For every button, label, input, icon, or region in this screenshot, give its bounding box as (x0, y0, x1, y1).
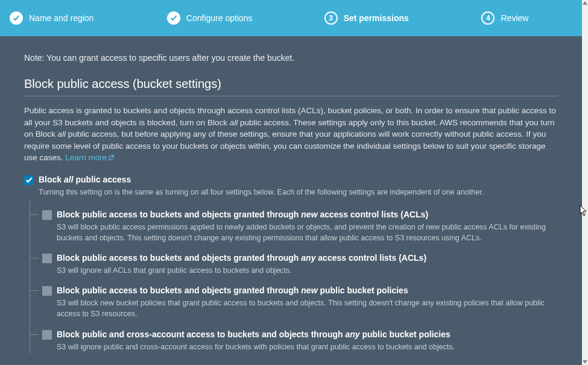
step-name-and-region[interactable]: Name and region (6, 11, 167, 25)
step-label: Configure options (186, 13, 253, 23)
outer-scrollbar[interactable] (582, 0, 588, 365)
block-new-acls-desc: S3 will block public access permissions … (57, 222, 558, 243)
block-new-policies-checkbox[interactable] (42, 286, 52, 296)
block-any-policies-checkbox[interactable] (42, 330, 52, 340)
note-text: Note: You can grant access to specific u… (24, 53, 558, 63)
step-label: Name and region (29, 13, 93, 23)
step-label: Set permissions (344, 13, 409, 23)
external-link-icon (108, 154, 115, 161)
block-public-access-title: Block public access (bucket settings) (24, 77, 558, 91)
block-any-policies-label: Block public and cross-account access to… (57, 329, 450, 339)
block-any-acls-checkbox[interactable] (42, 254, 52, 263)
block-new-policies-option: Block public access to buckets and objec… (30, 277, 558, 320)
scroll-up-icon (583, 1, 587, 5)
step-review[interactable]: 4 Review (481, 11, 576, 25)
learn-more-link[interactable]: Learn more (65, 153, 115, 162)
block-public-access-tree: Block all public access Turning this set… (24, 175, 558, 354)
block-any-acls-label: Block public access to buckets and objec… (57, 253, 426, 263)
permissions-content: Note: You can grant access to specific u… (0, 36, 582, 365)
block-any-policies-desc: S3 will ignore public and cross-account … (57, 342, 558, 352)
block-new-policies-label: Block public access to buckets and objec… (57, 285, 408, 295)
step-number-icon: 4 (481, 11, 495, 25)
block-new-acls-option: Block public access to buckets and objec… (30, 201, 558, 245)
block-all-label: Block all public access (39, 175, 131, 184)
block-all-desc: Turning this setting on is the same as t… (39, 187, 558, 198)
block-any-policies-option: Block public and cross-account access to… (30, 321, 558, 354)
block-new-acls-checkbox[interactable] (42, 210, 52, 220)
step-label: Review (501, 13, 528, 23)
step-done-icon (10, 11, 23, 25)
scroll-down-icon (583, 360, 587, 364)
block-new-acls-label: Block public access to buckets and objec… (57, 210, 428, 219)
block-all-checkbox[interactable] (24, 175, 34, 185)
step-number-icon: 3 (324, 11, 338, 25)
block-children: Block public access to buckets and objec… (30, 201, 558, 354)
block-all-option: Block all public access Turning this set… (24, 175, 558, 198)
wizard-panel: Name and region Configure options 3 Set … (0, 0, 582, 365)
wizard-steps: Name and region Configure options 3 Set … (0, 0, 582, 36)
step-set-permissions[interactable]: 3 Set permissions (324, 11, 482, 25)
block-new-policies-desc: S3 will block new bucket policies that g… (57, 298, 558, 319)
step-done-icon (167, 11, 180, 25)
step-configure-options[interactable]: Configure options (167, 11, 324, 25)
divider (24, 96, 558, 96)
block-public-access-intro: Public access is granted to buckets and … (24, 105, 558, 164)
block-any-acls-desc: S3 will ignore all ACLs that grant publi… (57, 265, 558, 276)
block-any-acls-option: Block public access to buckets and objec… (30, 245, 558, 277)
